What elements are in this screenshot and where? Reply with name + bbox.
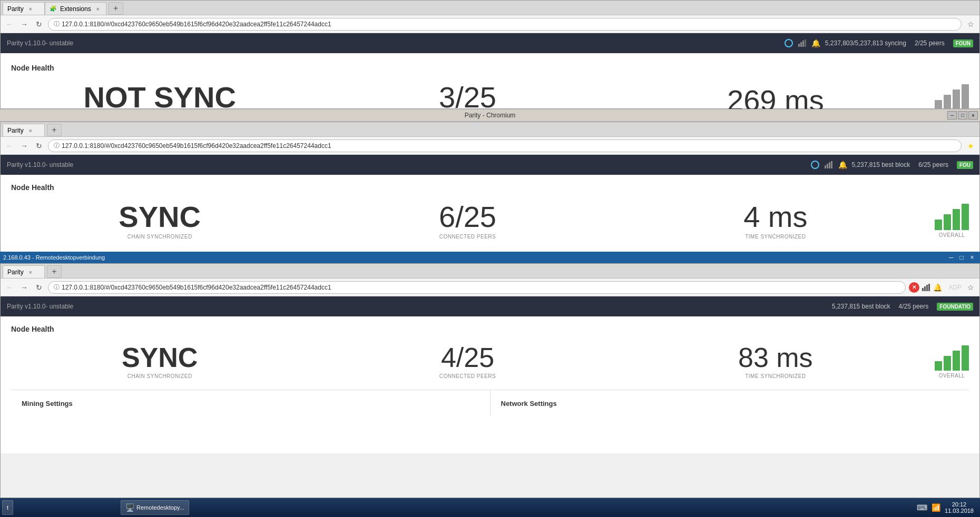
bottom-toolbar-icons: ✕ 🔔 ADP xyxy=(909,282,962,293)
taskbar-item-remote[interactable]: 🖥️ Remotedesktopy... xyxy=(121,500,189,515)
tab-parity-middle-label: Parity xyxy=(7,127,24,134)
chromium-close[interactable]: × xyxy=(968,111,978,120)
bottom-browser-window: Parity × + ← → ↻ ⓘ 127.0.0.1:8180/#/0xcd… xyxy=(0,263,980,498)
top-foundation-badge: FOUN xyxy=(953,39,973,47)
middle-peers-metric: 6/25 CONNECTED PEERS xyxy=(319,202,616,240)
taskbar-remote-icon: 🖥️ xyxy=(125,503,134,512)
svg-rect-8 xyxy=(922,288,924,291)
remote-maximize[interactable]: □ xyxy=(957,253,966,262)
middle-sync-info: 5,237,815 best block xyxy=(851,161,910,168)
refresh-button-bottom[interactable]: ↻ xyxy=(33,282,45,293)
middle-new-tab-button[interactable]: + xyxy=(47,124,62,136)
tab-parity-middle[interactable]: Parity × xyxy=(3,124,45,136)
bookmark-button-middle[interactable]: ★ xyxy=(965,140,976,152)
url-top: 127.0.0.1:8180/#/0xcd423760c9650eb549b16… xyxy=(62,21,331,28)
svg-rect-5 xyxy=(827,164,828,168)
bottom-bar-4 xyxy=(962,345,969,371)
taskbar-time: 20:12 xyxy=(945,501,974,508)
chromium-controls: ─ □ × xyxy=(947,111,978,120)
forward-button-middle[interactable]: → xyxy=(18,140,30,152)
svg-rect-4 xyxy=(825,165,826,168)
middle-globe-icon[interactable] xyxy=(810,160,820,170)
chromium-maximize[interactable]: □ xyxy=(958,111,967,120)
taskbar: t 🖥️ Remotedesktopy... ⌨ 📶 20:12 11.03.2… xyxy=(0,498,980,517)
bottom-bar-chart xyxy=(935,344,969,371)
middle-bar-chart xyxy=(935,204,969,230)
bottom-foundation-badge: FOUNDATIO xyxy=(937,303,973,311)
taskbar-sys-icon: ⌨ xyxy=(917,503,927,512)
bottom-sync-info: 5,237,815 best block xyxy=(832,303,890,310)
middle-bar-2 xyxy=(944,214,951,230)
bottom-bar-1 xyxy=(935,361,942,371)
middle-bar-3 xyxy=(953,209,960,230)
remote-desktop-titlebar: 2.168.0.43 - Remotedesktopverbindung ─ □… xyxy=(0,252,980,263)
bookmark-button-bottom[interactable]: ☆ xyxy=(965,282,976,293)
address-bar-top[interactable]: ⓘ 127.0.0.1:8180/#/0xcd423760c9650eb549b… xyxy=(48,18,962,31)
bookmark-button-top[interactable]: ☆ xyxy=(965,18,976,30)
bottom-sections: Mining Settings Network Settings xyxy=(11,390,969,416)
top-signal-icon[interactable] xyxy=(798,38,807,48)
back-button-bottom[interactable]: ← xyxy=(4,282,15,293)
tab-extensions-close[interactable]: × xyxy=(94,5,102,13)
bottom-ms-label: TIME SYNCHRONIZED xyxy=(745,373,806,379)
remote-minimize[interactable]: ─ xyxy=(946,253,956,262)
refresh-button-top[interactable]: ↻ xyxy=(33,18,45,30)
tab-extensions[interactable]: 🧩 Extensions × xyxy=(45,2,106,15)
top-peers-value: 3/25 xyxy=(439,83,496,112)
refresh-button-middle[interactable]: ↻ xyxy=(33,140,45,152)
middle-address-bar-row: ← → ↻ ⓘ 127.0.0.1:8180/#/0xcd423760c9650… xyxy=(1,137,979,155)
tab-parity-bottom[interactable]: Parity × xyxy=(3,265,45,278)
tab-parity-top[interactable]: Parity × xyxy=(3,2,45,15)
forward-button-bottom[interactable]: → xyxy=(18,282,30,293)
forward-button-top[interactable]: → xyxy=(18,18,30,30)
svg-rect-3 xyxy=(805,39,806,47)
top-bar-2 xyxy=(944,95,951,111)
middle-header-icons: 🔔 5,237,815 best block 6/25 peers FOU xyxy=(810,160,973,170)
middle-foundation-badge: FOU xyxy=(957,161,973,169)
bottom-bar-3 xyxy=(953,351,960,371)
bottom-ms-metric: 83 ms TIME SYNCHRONIZED xyxy=(627,344,924,379)
top-globe-icon[interactable] xyxy=(784,38,793,48)
network-settings-section: Network Settings xyxy=(491,390,969,416)
bottom-peers-metric: 4/25 CONNECTED PEERS xyxy=(319,344,616,379)
taskbar-item-start[interactable]: t xyxy=(2,500,13,515)
tab-parity-label: Parity xyxy=(7,5,24,13)
middle-bell-icon[interactable]: 🔔 xyxy=(838,160,847,170)
top-parity-header: Parity v1.10.0- unstable 🔔 5,237,803/5,2… xyxy=(1,33,979,53)
tab-close-middle[interactable]: × xyxy=(27,127,34,134)
bottom-parity-header: Parity v1.10.0- unstable 5,237,815 best … xyxy=(1,296,979,316)
tab-close-bottom[interactable]: × xyxy=(27,269,34,276)
bottom-bell-icon2[interactable]: 🔔 xyxy=(933,283,942,292)
taskbar-start-label: t xyxy=(7,504,8,511)
chromium-minimize[interactable]: ─ xyxy=(947,111,957,120)
address-bar-middle[interactable]: ⓘ 127.0.0.1:8180/#/0xcd423760c9650eb549b… xyxy=(48,140,962,152)
back-button-top[interactable]: ← xyxy=(4,18,15,30)
tab-close-top[interactable]: × xyxy=(27,5,34,13)
top-bar-3 xyxy=(953,90,960,111)
top-sync-info: 5,237,803/5,237,813 syncing xyxy=(825,39,906,47)
middle-sync-value: SYNC xyxy=(119,202,201,232)
new-tab-button[interactable]: + xyxy=(109,2,123,15)
bottom-sync-label: CHAIN SYNCHRONIZED xyxy=(128,373,192,379)
middle-ms-value: 4 ms xyxy=(743,202,807,232)
bottom-red-icon[interactable]: ✕ xyxy=(909,282,919,293)
address-bar-bottom[interactable]: ⓘ 127.0.0.1:8180/#/0xcd423760c9650eb549b… xyxy=(48,281,906,294)
top-bar-4 xyxy=(962,84,969,111)
url-middle: 127.0.0.1:8180/#/0xcd423760c9650eb549b16… xyxy=(62,142,331,150)
top-bell-icon[interactable]: 🔔 xyxy=(811,38,821,48)
middle-bar-4 xyxy=(962,204,969,230)
middle-peers-info: 6/25 peers xyxy=(918,161,948,168)
top-content-area: Node Health NOT SYNC CHAIN NOT SYNCHRONI… xyxy=(1,53,979,108)
bottom-new-tab-button[interactable]: + xyxy=(47,265,62,278)
bottom-tab-bar: Parity × + xyxy=(1,264,979,279)
bottom-addr-extra: ADP xyxy=(948,284,962,291)
middle-ms-metric: 4 ms TIME SYNCHRONIZED xyxy=(627,202,924,240)
top-header-icons: 🔔 5,237,803/5,237,813 syncing 2/25 peers… xyxy=(784,38,973,48)
chromium-titlebar: Parity - Chromium ─ □ × xyxy=(0,109,980,122)
middle-signal-icon[interactable] xyxy=(824,160,834,170)
back-button-middle[interactable]: ← xyxy=(4,140,15,152)
remote-close[interactable]: × xyxy=(967,253,977,262)
middle-content-area: Node Health SYNC CHAIN SYNCHRONIZED 6/25… xyxy=(1,175,979,252)
chromium-title: Parity - Chromium xyxy=(465,112,516,119)
middle-overall-chart: OVERALL xyxy=(935,204,969,238)
